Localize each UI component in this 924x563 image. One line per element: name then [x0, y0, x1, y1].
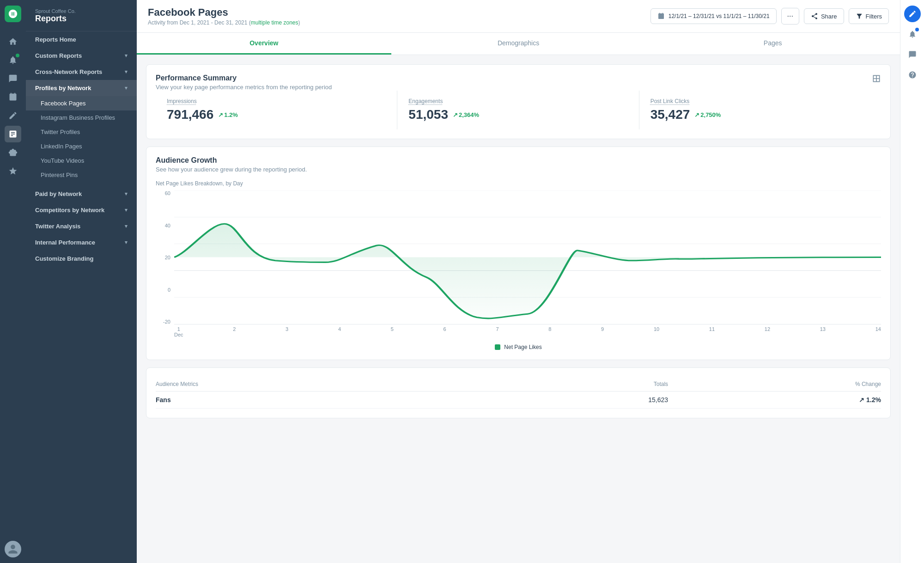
nav-home-icon[interactable]	[5, 33, 21, 50]
share-button[interactable]: Share	[804, 8, 844, 24]
content-area: Performance Summary View your key page p…	[137, 55, 900, 563]
chart-legend: Net Page Likes	[156, 344, 881, 350]
table-row: Fans 15,623 1.2%	[156, 392, 881, 409]
right-help-icon[interactable]	[904, 67, 921, 83]
filters-button[interactable]: Filters	[849, 8, 889, 24]
performance-summary-card: Performance Summary View your key page p…	[146, 64, 891, 139]
share-icon	[811, 12, 818, 20]
sidebar-item-pinterest[interactable]: Pinterest Pins	[26, 168, 137, 182]
logo[interactable]	[5, 6, 21, 22]
post-link-clicks-label: Post Link Clicks	[650, 98, 870, 104]
company-name: Sprout Coffee Co.	[35, 8, 128, 14]
header-right: 12/1/21 – 12/31/21 vs 11/1/21 – 11/30/21…	[650, 8, 889, 24]
audience-growth-header: Audience Growth See how your audience gr…	[156, 156, 881, 173]
user-avatar[interactable]	[5, 541, 21, 557]
nav-analytics-icon[interactable]	[5, 126, 21, 142]
main-content: Facebook Pages Activity from Dec 1, 2021…	[137, 0, 900, 563]
engagements-change: 2,364%	[453, 111, 479, 118]
sidebar-item-twitter-analysis[interactable]: Twitter Analysis ▾	[26, 218, 137, 234]
sidebar-item-twitter-profiles[interactable]: Twitter Profiles	[26, 125, 137, 139]
table-view-button[interactable]	[872, 74, 881, 85]
date-range-button[interactable]: 12/1/21 – 12/31/21 vs 11/1/21 – 11/30/21	[650, 8, 777, 24]
nav-compose-icon[interactable]	[5, 107, 21, 124]
impressions-value: 791,466 1.2%	[167, 107, 386, 122]
chart-area	[174, 190, 881, 324]
metric-impressions: Impressions 791,466 1.2%	[156, 91, 397, 129]
nav-bell-icon[interactable]	[5, 52, 21, 68]
performance-subtitle: View your key page performance metrics f…	[156, 84, 332, 91]
sidebar-header: Sprout Coffee Co. Reports	[26, 0, 137, 31]
chevron-icon: ▾	[125, 207, 128, 213]
sidebar-item-linkedin[interactable]: LinkedIn Pages	[26, 139, 137, 153]
chevron-icon: ▾	[125, 191, 128, 197]
metrics-grid: Impressions 791,466 1.2% Engagements 51,…	[156, 91, 881, 129]
col-header-metric: Audience Metrics	[156, 377, 505, 392]
sidebar-item-cross-network[interactable]: Cross-Network Reports ▾	[26, 64, 137, 80]
sidebar-item-instagram[interactable]: Instagram Business Profiles	[26, 110, 137, 125]
page-title: Facebook Pages	[148, 6, 300, 18]
tab-overview[interactable]: Overview	[137, 33, 391, 55]
impressions-change: 1.2%	[218, 111, 238, 118]
sidebar-item-internal-performance[interactable]: Internal Performance ▾	[26, 234, 137, 251]
x-axis: 1Dec 2 3 4 5 6 7 8 9 10 11 12 13 14	[174, 324, 881, 338]
sidebar: Sprout Coffee Co. Reports Reports Home C…	[26, 0, 137, 563]
post-link-clicks-change: 2,750%	[694, 111, 721, 118]
sidebar-item-facebook-pages[interactable]: Facebook Pages	[26, 96, 137, 110]
right-notifications-icon[interactable]	[904, 26, 921, 43]
section-title: Reports	[35, 14, 128, 24]
chevron-icon: ▾	[125, 85, 128, 91]
sidebar-item-customize-branding[interactable]: Customize Branding	[26, 251, 137, 267]
sidebar-item-profiles-by-network[interactable]: Profiles by Network ▾	[26, 80, 137, 96]
metric-engagements: Engagements 51,053 2,364%	[397, 91, 639, 129]
engagements-label: Engagements	[408, 98, 627, 104]
nav-chat-icon[interactable]	[5, 70, 21, 87]
engagements-value: 51,053 2,364%	[408, 107, 627, 122]
metric-row-change: 1.2%	[668, 392, 881, 409]
header-left: Facebook Pages Activity from Dec 1, 2021…	[148, 6, 300, 26]
tab-pages[interactable]: Pages	[645, 33, 900, 55]
blue-badge	[915, 28, 919, 31]
col-header-change: % Change	[668, 377, 881, 392]
sidebar-item-competitors[interactable]: Competitors by Network ▾	[26, 202, 137, 218]
card-header-row: Performance Summary View your key page p…	[156, 74, 881, 91]
right-rail	[900, 0, 924, 563]
tabs-bar: Overview Demographics Pages	[137, 33, 900, 55]
calendar-icon	[657, 12, 665, 20]
compose-action-button[interactable]	[904, 6, 921, 22]
sidebar-item-reports-home[interactable]: Reports Home	[26, 31, 137, 48]
line-chart-svg	[174, 190, 881, 324]
legend-label: Net Page Likes	[504, 344, 541, 350]
notification-badge	[16, 54, 19, 57]
y-axis: 60 40 20 0 -20	[156, 190, 174, 324]
audience-metrics-card: Audience Metrics Totals % Change Fans 15…	[146, 367, 891, 418]
audience-growth-subtitle: See how your audience grew during the re…	[156, 166, 881, 173]
chart-container: 60 40 20 0 -20	[156, 190, 881, 338]
sidebar-item-paid-by-network[interactable]: Paid by Network ▾	[26, 186, 137, 202]
timezone-link[interactable]: multiple time zones	[251, 19, 298, 26]
performance-title: Performance Summary	[156, 74, 332, 82]
legend-dot	[495, 344, 500, 350]
nav-pin-icon[interactable]	[5, 89, 21, 105]
post-link-clicks-value: 35,427 2,750%	[650, 107, 870, 122]
chart-label: Net Page Likes Breakdown, by Day	[156, 180, 881, 187]
chevron-icon: ▾	[125, 239, 128, 245]
tab-demographics[interactable]: Demographics	[391, 33, 646, 55]
main-header: Facebook Pages Activity from Dec 1, 2021…	[137, 0, 900, 33]
sidebar-item-youtube[interactable]: YouTube Videos	[26, 153, 137, 168]
page-subtitle: Activity from Dec 1, 2021 - Dec 31, 2021…	[148, 19, 300, 26]
chevron-icon: ▾	[125, 223, 128, 229]
metric-post-link-clicks: Post Link Clicks 35,427 2,750%	[639, 91, 881, 129]
metric-row-total: 15,623	[505, 392, 668, 409]
nav-star-icon[interactable]	[5, 163, 21, 179]
audience-growth-title: Audience Growth	[156, 156, 881, 165]
chevron-icon: ▾	[125, 53, 128, 59]
col-header-totals: Totals	[505, 377, 668, 392]
chevron-icon: ▾	[125, 69, 128, 75]
sidebar-item-custom-reports[interactable]: Custom Reports ▾	[26, 48, 137, 64]
more-options-button[interactable]: ···	[781, 8, 799, 24]
nav-bot-icon[interactable]	[5, 144, 21, 161]
icon-rail	[0, 0, 26, 563]
metric-row-label: Fans	[156, 392, 505, 409]
filters-icon	[856, 12, 863, 20]
right-chat-icon[interactable]	[904, 46, 921, 63]
